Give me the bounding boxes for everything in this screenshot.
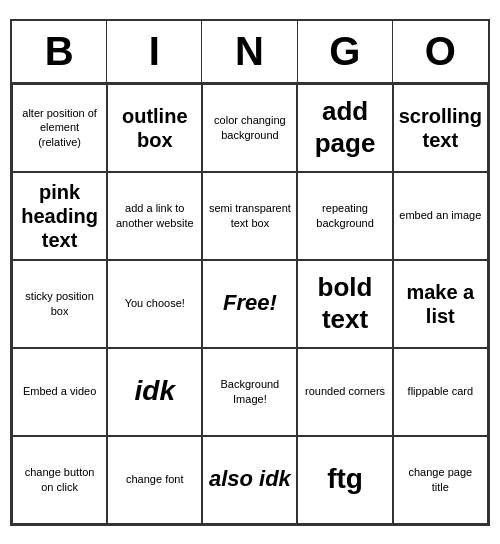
bingo-cell-7: semi transparent text box — [202, 172, 297, 260]
bingo-grid: alter position of element (relative)outl… — [12, 84, 488, 524]
bingo-cell-2: color changing background — [202, 84, 297, 172]
bingo-cell-17: Background Image! — [202, 348, 297, 436]
bingo-cell-13: bold text — [297, 260, 392, 348]
bingo-cell-1: outline box — [107, 84, 202, 172]
bingo-cell-10: sticky position box — [12, 260, 107, 348]
bingo-cell-9: embed an image — [393, 172, 488, 260]
bingo-cell-18: rounded corners — [297, 348, 392, 436]
bingo-cell-19: flippable card — [393, 348, 488, 436]
header-letter: G — [298, 21, 393, 82]
bingo-cell-22: also idk — [202, 436, 297, 524]
bingo-cell-0: alter position of element (relative) — [12, 84, 107, 172]
header-letter: I — [107, 21, 202, 82]
bingo-cell-16: idk — [107, 348, 202, 436]
header-letter: O — [393, 21, 488, 82]
bingo-cell-14: make a list — [393, 260, 488, 348]
bingo-cell-15: Embed a video — [12, 348, 107, 436]
header-letter: B — [12, 21, 107, 82]
bingo-cell-6: add a link to another website — [107, 172, 202, 260]
bingo-cell-5: pink heading text — [12, 172, 107, 260]
bingo-cell-3: add page — [297, 84, 392, 172]
bingo-card: BINGO alter position of element (relativ… — [10, 19, 490, 526]
bingo-cell-8: repeating background — [297, 172, 392, 260]
bingo-cell-12: Free! — [202, 260, 297, 348]
bingo-header: BINGO — [12, 21, 488, 84]
bingo-cell-24: change page title — [393, 436, 488, 524]
bingo-cell-11: You choose! — [107, 260, 202, 348]
bingo-cell-23: ftg — [297, 436, 392, 524]
bingo-cell-4: scrolling text — [393, 84, 488, 172]
bingo-cell-21: change font — [107, 436, 202, 524]
bingo-cell-20: change button on click — [12, 436, 107, 524]
header-letter: N — [202, 21, 297, 82]
